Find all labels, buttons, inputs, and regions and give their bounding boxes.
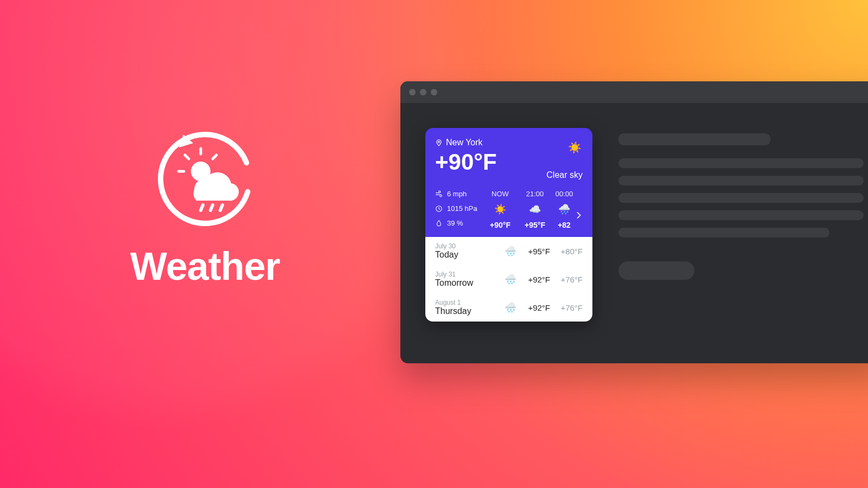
wind-value: 6 mph: [447, 190, 467, 198]
traffic-light-close[interactable]: [409, 89, 416, 95]
day-row[interactable]: July 31 Tomorrow 🌧️ +92°F +76°F: [425, 265, 592, 293]
day-row[interactable]: July 30 Today 🌧️ +95°F +80°F: [425, 237, 592, 265]
skeleton-line: [618, 158, 864, 168]
day-date: July 31: [435, 271, 498, 278]
svg-line-8: [220, 205, 222, 210]
pressure-gauge-icon: [435, 205, 443, 213]
traffic-light-zoom[interactable]: [431, 89, 437, 95]
hour-temp: +90°F: [490, 221, 510, 229]
location-name: New York: [446, 138, 483, 147]
hour-temp: +82: [558, 221, 571, 229]
hour-time: 00:00: [556, 190, 573, 198]
day-low: +76°F: [556, 275, 583, 284]
condition-icon: ☀️: [568, 141, 582, 154]
weather-card: New York ☀️ +90°F Clear sky 6 mph: [425, 128, 592, 322]
svg-line-6: [201, 205, 203, 210]
day-name: Thursday: [435, 306, 498, 316]
skeleton-line: [618, 176, 864, 185]
day-date: July 30: [435, 242, 498, 250]
titlebar: [400, 81, 868, 103]
metrics-column: 6 mph 1015 hPa 39 %: [435, 190, 483, 229]
day-high: +95°F: [523, 247, 550, 256]
day-date: August 1: [435, 299, 498, 306]
humidity-drop-icon: [435, 220, 443, 227]
svg-line-3: [185, 155, 189, 159]
svg-point-9: [438, 141, 440, 143]
day-name: Today: [435, 250, 498, 260]
page-skeleton: [618, 128, 864, 322]
skeleton-title: [618, 133, 770, 145]
browser-window: New York ☀️ +90°F Clear sky 6 mph: [400, 81, 868, 363]
skeleton-line: [618, 210, 864, 220]
location-row[interactable]: New York: [435, 138, 583, 147]
day-low: +76°F: [556, 303, 583, 312]
day-name: Tomorrow: [435, 278, 498, 288]
wind-metric: 6 mph: [435, 190, 483, 198]
pressure-value: 1015 hPa: [447, 204, 477, 213]
skeleton-paragraph: [618, 158, 864, 237]
svg-line-7: [210, 205, 213, 210]
skeleton-line: [618, 228, 829, 237]
window-body: New York ☀️ +90°F Clear sky 6 mph: [400, 103, 868, 346]
humidity-value: 39 %: [447, 219, 463, 227]
day-low: +80°F: [556, 247, 583, 256]
weather-card-header: New York ☀️ +90°F Clear sky 6 mph: [425, 128, 592, 237]
pressure-metric: 1015 hPa: [435, 204, 483, 213]
daily-forecast: July 30 Today 🌧️ +95°F +80°F July 31 Tom…: [425, 237, 592, 322]
day-high: +92°F: [523, 303, 550, 312]
day-high: +92°F: [523, 275, 550, 284]
hourly-next-button[interactable]: [574, 210, 583, 220]
sun-icon: ☀️: [494, 203, 506, 215]
traffic-light-minimize[interactable]: [420, 89, 426, 95]
weather-app-logo: [151, 125, 259, 233]
hourly-forecast[interactable]: NOW ☀️ +90°F 21:00 ☁️ +95°F 00:00 🌧️: [483, 190, 583, 229]
hero-title: Weather: [130, 244, 280, 288]
hour-time: 21:00: [526, 190, 544, 198]
hour-slot: NOW ☀️ +90°F: [483, 190, 518, 229]
chevron-right-icon: [576, 211, 582, 219]
wind-icon: [435, 190, 443, 198]
day-row[interactable]: August 1 Thursday 🌧️ +92°F +76°F: [425, 293, 592, 322]
hour-temp: +95°F: [525, 221, 545, 229]
skeleton-line: [618, 193, 864, 203]
location-pin-icon: [435, 139, 443, 146]
hour-slot: 00:00 🌧️ +82: [552, 190, 576, 229]
humidity-metric: 39 %: [435, 219, 483, 227]
rain-cloud-icon: 🌧️: [558, 203, 570, 215]
svg-line-5: [213, 155, 216, 159]
rain-cloud-icon: 🌧️: [503, 245, 518, 257]
hour-slot: 21:00 ☁️ +95°F: [518, 190, 552, 229]
hour-time: NOW: [492, 190, 509, 198]
rain-cloud-icon: 🌧️: [503, 273, 518, 285]
skeleton-button: [618, 261, 694, 280]
rain-cloud-icon: 🌧️: [503, 301, 518, 313]
cloud-icon: ☁️: [529, 203, 541, 215]
hero: Weather: [130, 125, 280, 288]
